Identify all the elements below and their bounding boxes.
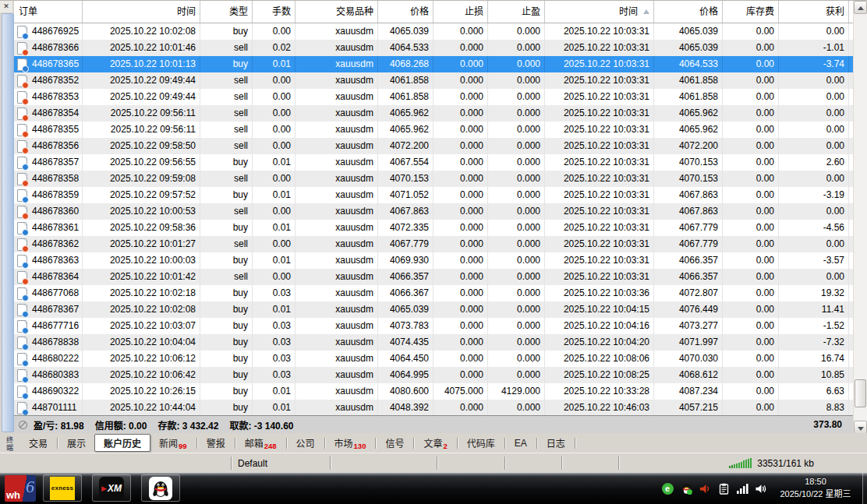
tab-EA[interactable]: EA	[506, 433, 536, 453]
tab-label: 展示	[67, 436, 86, 449]
cell-sl: 0.000	[434, 122, 488, 138]
vertical-scrollbar[interactable]	[853, 1, 867, 434]
table-row[interactable]: 4486783522025.10.22 09:49:44sell0.00xauu…	[14, 72, 853, 89]
speaker-icon[interactable]	[755, 482, 767, 495]
col-header-tp[interactable]: 止盈	[488, 1, 545, 23]
cell-type: sell	[200, 105, 253, 122]
tab-文章[interactable]: 文章2	[415, 433, 455, 453]
clipboard-icon[interactable]	[717, 482, 730, 495]
cell-swap: 0.00	[723, 105, 779, 122]
summary-item: 存款: 3 432.42	[157, 421, 218, 432]
table-row[interactable]: 4486783602025.10.22 10:00:53sell0.00xauu…	[14, 203, 853, 220]
taskbar-app-xm[interactable]: ▶XM	[92, 474, 131, 502]
col-header-order[interactable]: 订单	[14, 1, 83, 23]
col-header-close_price[interactable]: 价格	[654, 1, 723, 23]
table-row[interactable]: 4486783612025.10.22 09:58:36buy0.01xauus…	[14, 220, 853, 236]
table-row[interactable]: 4487011112025.10.22 10:44:04buy0.01xauus…	[14, 400, 853, 416]
cell-order: 448678359	[14, 187, 83, 203]
tab-代码库[interactable]: 代码库	[458, 433, 504, 453]
tab-警报[interactable]: 警报	[198, 433, 234, 453]
cell-profit: 16.74	[779, 351, 849, 367]
tab-展示[interactable]: 展示	[58, 433, 94, 453]
tab-交易[interactable]: 交易	[20, 433, 56, 453]
table-row[interactable]: 4486783562025.10.22 09:58:50sell0.00xauu…	[14, 138, 853, 154]
table-row[interactable]: 4486783632025.10.22 10:00:03buy0.01xauus…	[14, 252, 853, 269]
table-row[interactable]: 4486903222025.10.22 10:26:15buy0.01xauus…	[14, 383, 853, 400]
cell-tp: 0.000	[488, 301, 545, 318]
cell-symbol: xauusdm	[295, 122, 378, 138]
sell-order-doc-icon	[17, 271, 27, 284]
table-row[interactable]: 4486783572025.10.22 09:56:55buy0.01xauus…	[14, 154, 853, 171]
taskbar-app-exness[interactable]: exness	[43, 474, 82, 502]
tab-市场[interactable]: 市场130	[326, 433, 375, 453]
cell-type: buy	[200, 351, 253, 367]
cell-profit: 0.00	[779, 89, 849, 105]
order-number: 448680222	[32, 351, 79, 367]
taskbar-clock[interactable]: 18:50 2025/10/22 星期三	[770, 475, 861, 500]
taskbar-app-wh6[interactable]: wh 6	[5, 475, 36, 502]
table-row[interactable]: 4486783592025.10.22 09:57:52buy0.01xauus…	[14, 187, 853, 203]
table-row[interactable]: 4486783622025.10.22 10:01:27sell0.00xauu…	[14, 236, 853, 252]
cell-open_time: 2025.10.22 10:02:18	[83, 285, 200, 301]
cell-type: sell	[200, 72, 253, 89]
table-row[interactable]: 4486783542025.10.22 09:56:11sell0.00xauu…	[14, 105, 853, 122]
qq-tray-icon[interactable]	[680, 482, 692, 495]
table-row[interactable]: 4486788382025.10.22 10:04:04buy0.03xauus…	[14, 334, 853, 351]
table-row[interactable]: 4486769252025.10.22 10:02:08buy0.00xauus…	[14, 23, 853, 40]
col-header-type[interactable]: 类型	[200, 1, 253, 23]
scroll-up-button[interactable]	[854, 1, 867, 14]
table-row[interactable]: 4486802222025.10.22 10:06:12buy0.03xauus…	[14, 351, 853, 367]
status-cell-5	[562, 453, 618, 473]
cell-sl: 0.000	[434, 56, 488, 72]
tab-日志[interactable]: 日志	[538, 433, 574, 453]
cell-tp: 0.000	[488, 269, 545, 285]
cell-close_price: 4076.449	[654, 301, 723, 318]
col-header-lots[interactable]: 手数	[253, 1, 295, 23]
col-header-profit[interactable]: 获利	[779, 1, 849, 23]
order-number: 448678354	[32, 105, 79, 122]
table-row[interactable]: 4486783642025.10.22 10:01:42sell0.00xauu…	[14, 269, 853, 285]
cell-tp: 0.000	[488, 72, 545, 89]
table-row[interactable]: 4486783662025.10.22 10:01:46sell0.02xauu…	[14, 40, 853, 56]
network-signal-icon[interactable]	[736, 482, 748, 495]
col-header-open_price[interactable]: 价格	[378, 1, 434, 23]
tab-active-账户历史[interactable]: 账户历史	[94, 434, 150, 452]
col-header-close_time[interactable]: 时间	[545, 1, 654, 23]
cell-open_time: 2025.10.22 10:01:42	[83, 269, 200, 285]
tab-邮箱[interactable]: 邮箱248	[236, 433, 285, 453]
cell-type: buy	[200, 400, 253, 416]
tab-label: 市场	[334, 436, 353, 449]
scroll-thumb[interactable]	[855, 379, 866, 407]
table-row[interactable]: 4486783582025.10.22 09:59:08sell0.00xauu…	[14, 171, 853, 187]
tab-新闻[interactable]: 新闻99	[150, 433, 196, 453]
cell-symbol: xauusdm	[295, 367, 378, 383]
cell-lots: 0.01	[253, 56, 295, 72]
table-row[interactable]: 4486803832025.10.22 10:06:42buy0.03xauus…	[14, 367, 853, 383]
col-header-open_time[interactable]: 时间	[83, 1, 200, 23]
table-row[interactable]: 4486777162025.10.22 10:03:07buy0.03xauus…	[14, 318, 853, 334]
taskbar-app-qq[interactable]	[141, 474, 180, 502]
order-number: 448678365	[32, 56, 79, 72]
e-browser-icon[interactable]: e	[661, 482, 674, 495]
table-row[interactable]: 4486783552025.10.22 09:56:11sell0.00xauu…	[14, 122, 853, 138]
close-icon[interactable]: ✕	[0, 1, 12, 12]
table-row[interactable]: 4486783652025.10.22 10:01:13buy0.01xauus…	[14, 56, 853, 72]
table-header: 订单时间类型手数交易品种价格止损止盈时间价格库存费获利	[14, 1, 853, 23]
table-row[interactable]: 4486783672025.10.22 10:02:08buy0.01xauus…	[14, 301, 853, 318]
status-bar: Default33531/161 kb	[0, 453, 867, 473]
col-header-symbol[interactable]: 交易品种	[295, 1, 378, 23]
col-header-swap[interactable]: 库存费	[723, 1, 779, 23]
table-row[interactable]: 4486770682025.10.22 10:02:18buy0.03xauus…	[14, 285, 853, 301]
cell-open_time: 2025.10.22 09:49:44	[83, 72, 200, 89]
tab-公司[interactable]: 公司	[288, 433, 324, 453]
cell-symbol: xauusdm	[295, 154, 378, 171]
table-row[interactable]: 4486783532025.10.22 09:49:44sell0.00xauu…	[14, 89, 853, 105]
show-desktop-button[interactable]	[862, 473, 867, 504]
col-header-sl[interactable]: 止损	[434, 1, 488, 23]
volume-red-icon[interactable]	[699, 482, 711, 495]
clock-date: 2025/10/22 星期三	[770, 488, 861, 500]
cell-sl: 0.000	[434, 285, 488, 301]
tab-label: 警报	[207, 436, 225, 449]
tab-信号[interactable]: 信号	[377, 433, 412, 453]
scroll-down-button[interactable]	[854, 421, 867, 434]
